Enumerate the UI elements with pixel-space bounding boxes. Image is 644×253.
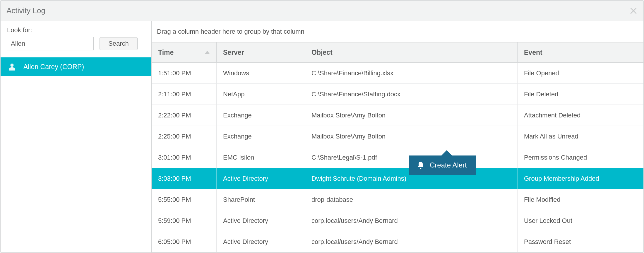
cell-event: File Opened (518, 63, 643, 83)
cell-server: EMC Isilon (217, 147, 305, 168)
column-header-server[interactable]: Server (217, 42, 305, 62)
svg-point-2 (11, 64, 14, 67)
cell-server: Exchange (217, 105, 305, 126)
create-alert-tooltip[interactable]: Create Alert (409, 155, 476, 175)
cell-time: 5:59:00 PM (152, 210, 217, 231)
cell-object: Mailbox Store\Amy Bolton (305, 126, 518, 147)
cell-time: 1:51:00 PM (152, 63, 217, 83)
cell-object: drop-database (305, 189, 518, 210)
search-area: Look for: Search (1, 21, 151, 57)
cell-server: SharePoint (217, 189, 305, 210)
cell-server: Windows (217, 63, 305, 83)
cell-server: Active Directory (217, 210, 305, 231)
table-row[interactable]: 2:11:00 PMNetAppC:\Share\Finance\Staffin… (152, 84, 643, 105)
window-body: Look for: Search Allen Carey (CORP) Drag… (1, 21, 643, 252)
cell-time: 6:05:00 PM (152, 231, 217, 252)
sidebar: Look for: Search Allen Carey (CORP) (1, 21, 152, 252)
table-row[interactable]: 2:25:00 PMExchangeMailbox Store\Amy Bolt… (152, 126, 643, 147)
table-row[interactable]: 5:55:00 PMSharePointdrop-databaseFile Mo… (152, 189, 643, 210)
cell-server: Active Directory (217, 231, 305, 252)
cell-event: File Modified (518, 189, 643, 210)
grid-body: 1:51:00 PMWindowsC:\Share\Finance\Billin… (152, 63, 643, 252)
close-icon (630, 7, 637, 14)
cell-time: 3:01:00 PM (152, 147, 217, 168)
cell-server: NetApp (217, 84, 305, 105)
cell-time: 2:22:00 PM (152, 105, 217, 126)
cell-object: corp.local/users/Andy Bernard (305, 210, 518, 231)
cell-event: Group Membership Added (518, 168, 643, 189)
activity-grid: Time Server Object Event 1:5 (152, 42, 643, 252)
cell-event: Permissions Changed (518, 147, 643, 168)
window-title: Activity Log (6, 6, 45, 15)
search-result-item[interactable]: Allen Carey (CORP) (1, 57, 151, 76)
cell-event: User Locked Out (518, 210, 643, 231)
cell-object: corp.local/users/Andy Bernard (305, 231, 518, 252)
cell-server: Active Directory (217, 168, 305, 189)
column-header-event-label: Event (524, 49, 542, 57)
column-header-object-label: Object (311, 49, 333, 57)
cell-time: 5:55:00 PM (152, 189, 217, 210)
sort-ascending-icon (205, 51, 210, 54)
column-header-object[interactable]: Object (305, 42, 518, 62)
column-header-event[interactable]: Event (518, 42, 643, 62)
cell-event: Attachment Deleted (518, 105, 643, 126)
create-alert-label: Create Alert (430, 161, 467, 169)
search-button[interactable]: Search (100, 37, 138, 50)
cell-event: Mark All as Unread (518, 126, 643, 147)
titlebar: Activity Log (1, 1, 643, 21)
table-row[interactable]: 1:51:00 PMWindowsC:\Share\Finance\Billin… (152, 63, 643, 84)
cell-event: File Deleted (518, 84, 643, 105)
table-row[interactable]: 5:59:00 PMActive Directorycorp.local/use… (152, 210, 643, 231)
cell-object: Mailbox Store\Amy Bolton (305, 105, 518, 126)
table-row[interactable]: 3:01:00 PMEMC IsilonC:\Share\Legal\S-1.p… (152, 147, 643, 168)
grid-header: Time Server Object Event (152, 42, 643, 63)
column-header-time-label: Time (158, 49, 174, 57)
column-header-server-label: Server (223, 49, 244, 57)
search-row: Search (7, 37, 145, 50)
search-input[interactable] (7, 37, 94, 50)
cell-time: 2:25:00 PM (152, 126, 217, 147)
activity-log-window: Activity Log Look for: Search (0, 0, 644, 253)
cell-time: 2:11:00 PM (152, 84, 217, 105)
main-panel: Drag a column header here to group by th… (152, 21, 643, 252)
table-row[interactable]: 3:03:00 PMActive DirectoryDwight Schrute… (152, 168, 643, 189)
close-button[interactable] (629, 6, 638, 16)
cell-object: C:\Share\Finance\Billing.xlsx (305, 63, 518, 83)
column-header-time[interactable]: Time (152, 42, 217, 62)
cell-event: Password Reset (518, 231, 643, 252)
group-by-hint[interactable]: Drag a column header here to group by th… (152, 21, 643, 42)
cell-time: 3:03:00 PM (152, 168, 217, 189)
cell-object: C:\Share\Finance\Staffing.docx (305, 84, 518, 105)
look-for-label: Look for: (7, 26, 145, 34)
bell-icon (417, 161, 424, 169)
person-icon (9, 63, 15, 71)
table-row[interactable]: 6:05:00 PMActive Directorycorp.local/use… (152, 231, 643, 252)
svg-marker-3 (205, 51, 210, 54)
cell-server: Exchange (217, 126, 305, 147)
search-result-label: Allen Carey (CORP) (23, 63, 84, 71)
table-row[interactable]: 2:22:00 PMExchangeMailbox Store\Amy Bolt… (152, 105, 643, 126)
